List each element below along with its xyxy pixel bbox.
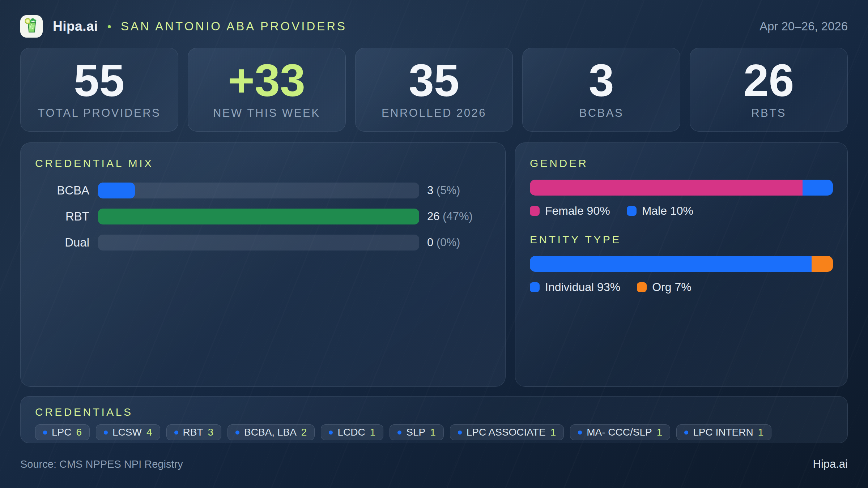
chip-label: LPC INTERN bbox=[693, 427, 753, 438]
credentials-panel: CREDENTIALS LPC6LCSW4RBT3BCBA, LBA2LCDC1… bbox=[20, 396, 848, 443]
stat-card: 3BCBAS bbox=[522, 48, 680, 132]
chip-dot-icon bbox=[174, 431, 178, 435]
bar-value-percent: (0%) bbox=[437, 236, 460, 249]
stat-card: 55TOTAL PROVIDERS bbox=[20, 48, 178, 132]
chip-count: 1 bbox=[430, 427, 436, 438]
stat-value: +33 bbox=[228, 60, 305, 102]
bar-category-label: RBT bbox=[35, 210, 89, 223]
credential-mix-row: Dual0 (0%) bbox=[35, 235, 491, 251]
credential-chip[interactable]: RBT3 bbox=[166, 424, 222, 440]
chip-label: LCSW bbox=[112, 427, 142, 438]
stat-value: 26 bbox=[744, 60, 794, 102]
gender-legend: Female 90%Male 10% bbox=[530, 204, 833, 218]
credential-chip[interactable]: MA- CCC/SLP1 bbox=[570, 424, 670, 440]
dashboard-page: Hipa.ai • SAN ANTONIO ABA PROVIDERS Apr … bbox=[0, 0, 868, 488]
chip-count: 4 bbox=[146, 427, 152, 438]
legend-item: Org 7% bbox=[637, 281, 691, 294]
chip-label: RBT bbox=[183, 427, 203, 438]
bar-track bbox=[98, 209, 419, 224]
credential-mix-row: RBT26 (47%) bbox=[35, 209, 491, 224]
legend-item: Male 10% bbox=[627, 204, 693, 218]
entity-type-title: ENTITY TYPE bbox=[530, 234, 833, 246]
bar-value-percent: (47%) bbox=[443, 210, 473, 223]
credential-chip[interactable]: LPC ASSOCIATE1 bbox=[450, 424, 564, 440]
main-panels: CREDENTIAL MIX BCBA3 (5%)RBT26 (47%)Dual… bbox=[20, 142, 848, 387]
chip-label: SLP bbox=[406, 427, 425, 438]
stacked-bar-segment bbox=[530, 256, 812, 272]
stat-label: BCBAS bbox=[579, 107, 624, 120]
stat-cards-row: 55TOTAL PROVIDERS+33NEW THIS WEEK35ENROL… bbox=[20, 48, 848, 132]
data-source-note: Source: CMS NPPES NPI Registry bbox=[20, 458, 183, 470]
mojito-drink-icon bbox=[22, 16, 41, 37]
credential-mix-panel: CREDENTIAL MIX BCBA3 (5%)RBT26 (47%)Dual… bbox=[20, 142, 506, 387]
bar-value-percent: (5%) bbox=[437, 184, 460, 197]
gender-title: GENDER bbox=[530, 157, 833, 170]
entity-type-stacked-bar bbox=[530, 256, 833, 272]
chip-dot-icon bbox=[329, 431, 333, 435]
entity-type-legend: Individual 93%Org 7% bbox=[530, 281, 833, 294]
chip-label: LCDC bbox=[337, 427, 365, 438]
chip-label: BCBA, LBA bbox=[244, 427, 297, 438]
credential-chips: LPC6LCSW4RBT3BCBA, LBA2LCDC1SLP1LPC ASSO… bbox=[35, 424, 833, 440]
chip-dot-icon bbox=[578, 431, 582, 435]
credential-chip[interactable]: LCDC1 bbox=[321, 424, 383, 440]
bar-value: 0 (0%) bbox=[427, 236, 460, 249]
brand-name: Hipa.ai bbox=[53, 19, 98, 34]
credential-mix-title: CREDENTIAL MIX bbox=[35, 157, 491, 170]
chip-count: 1 bbox=[758, 427, 764, 438]
legend-label: Individual 93% bbox=[545, 281, 620, 294]
stat-value: 55 bbox=[74, 60, 124, 102]
legend-swatch bbox=[627, 206, 637, 216]
credentials-title: CREDENTIALS bbox=[35, 406, 833, 418]
chip-dot-icon bbox=[43, 431, 47, 435]
app-logo bbox=[20, 15, 43, 38]
chip-count: 3 bbox=[208, 427, 214, 438]
chip-dot-icon bbox=[458, 431, 462, 435]
credential-chip[interactable]: SLP1 bbox=[390, 424, 444, 440]
legend-label: Org 7% bbox=[652, 281, 691, 294]
stacked-bar-segment bbox=[530, 180, 803, 196]
credential-chip[interactable]: BCBA, LBA2 bbox=[227, 424, 315, 440]
chip-count: 1 bbox=[657, 427, 663, 438]
stat-label: TOTAL PROVIDERS bbox=[38, 107, 161, 120]
stat-value: 35 bbox=[409, 60, 459, 102]
bar-track bbox=[98, 235, 419, 251]
stacked-bar-segment bbox=[812, 256, 833, 272]
bar-category-label: Dual bbox=[35, 236, 89, 249]
bar-fill bbox=[98, 209, 419, 224]
chip-count: 2 bbox=[301, 427, 307, 438]
chip-dot-icon bbox=[684, 431, 688, 435]
stat-label: NEW THIS WEEK bbox=[213, 107, 320, 120]
bar-value-number: 26 bbox=[427, 210, 443, 223]
credential-chip[interactable]: LPC6 bbox=[35, 424, 90, 440]
gender-stacked-bar bbox=[530, 180, 833, 196]
legend-label: Female 90% bbox=[545, 204, 610, 218]
legend-swatch bbox=[637, 282, 647, 292]
page-title: SAN ANTONIO ABA PROVIDERS bbox=[121, 20, 347, 33]
chip-dot-icon bbox=[104, 431, 108, 435]
stacked-bar-segment bbox=[803, 180, 833, 196]
bar-fill bbox=[98, 183, 135, 198]
credential-mix-rows: BCBA3 (5%)RBT26 (47%)Dual0 (0%) bbox=[35, 183, 491, 251]
bar-track bbox=[98, 183, 419, 198]
chip-dot-icon bbox=[397, 431, 401, 435]
legend-item: Female 90% bbox=[530, 204, 610, 218]
demographics-panel: GENDER Female 90%Male 10% ENTITY TYPE In… bbox=[515, 142, 848, 387]
chip-count: 1 bbox=[550, 427, 556, 438]
header-separator-dot: • bbox=[107, 20, 111, 33]
chip-label: MA- CCC/SLP bbox=[587, 427, 652, 438]
bar-value: 3 (5%) bbox=[427, 184, 460, 197]
stat-label: RBTS bbox=[751, 107, 786, 120]
legend-label: Male 10% bbox=[642, 204, 693, 218]
chip-count: 6 bbox=[76, 427, 82, 438]
credential-mix-row: BCBA3 (5%) bbox=[35, 183, 491, 198]
footer-brand: Hipa.ai bbox=[813, 458, 848, 471]
chip-count: 1 bbox=[370, 427, 376, 438]
header: Hipa.ai • SAN ANTONIO ABA PROVIDERS Apr … bbox=[20, 0, 848, 38]
stat-card: 26RBTS bbox=[690, 48, 848, 132]
stat-value: 3 bbox=[589, 60, 614, 102]
bar-value-number: 3 bbox=[427, 184, 437, 197]
credential-chip[interactable]: LPC INTERN1 bbox=[676, 424, 771, 440]
bar-value: 26 (47%) bbox=[427, 210, 473, 223]
credential-chip[interactable]: LCSW4 bbox=[96, 424, 160, 440]
